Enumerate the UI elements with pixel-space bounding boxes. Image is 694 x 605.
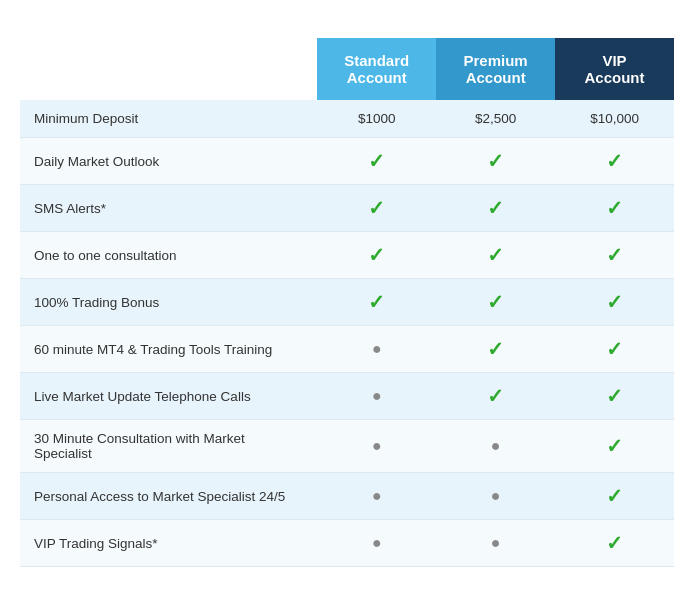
standard-cell: ● — [317, 373, 436, 420]
vip-cell: $10,000 — [555, 100, 674, 138]
dot-icon: ● — [372, 534, 382, 551]
vip-cell: ✓ — [555, 232, 674, 279]
check-icon: ✓ — [606, 435, 623, 457]
check-icon: ✓ — [487, 150, 504, 172]
premium-cell: ✓ — [436, 279, 555, 326]
feature-label: Personal Access to Market Specialist 24/… — [20, 473, 317, 520]
feature-label: 100% Trading Bonus — [20, 279, 317, 326]
check-icon: ✓ — [487, 338, 504, 360]
check-icon: ✓ — [606, 244, 623, 266]
standard-cell: ✓ — [317, 279, 436, 326]
check-icon: ✓ — [487, 244, 504, 266]
table-row: VIP Trading Signals*●●✓ — [20, 520, 674, 567]
check-icon: ✓ — [368, 291, 385, 313]
vip-line1: VIP — [565, 52, 664, 69]
dot-icon: ● — [372, 387, 382, 404]
dot-icon: ● — [372, 437, 382, 454]
table-row: Minimum Deposit$1000$2,500$10,000 — [20, 100, 674, 138]
check-icon: ✓ — [368, 150, 385, 172]
standard-cell: ● — [317, 326, 436, 373]
feature-label: SMS Alerts* — [20, 185, 317, 232]
header-vip: VIP Account — [555, 38, 674, 100]
check-icon: ✓ — [368, 197, 385, 219]
vip-cell: ✓ — [555, 138, 674, 185]
premium-line1: Premium — [446, 52, 545, 69]
table-row: Live Market Update Telephone Calls●✓✓ — [20, 373, 674, 420]
feature-label: Live Market Update Telephone Calls — [20, 373, 317, 420]
table-row: One to one consultation✓✓✓ — [20, 232, 674, 279]
vip-cell: ✓ — [555, 420, 674, 473]
vip-cell: ✓ — [555, 473, 674, 520]
vip-cell: ✓ — [555, 279, 674, 326]
header-row: Standard Account Premium Account VIP Acc… — [20, 38, 674, 100]
header-empty-cell — [20, 38, 317, 100]
check-icon: ✓ — [606, 532, 623, 554]
standard-line2: Account — [327, 69, 426, 86]
comparison-table-wrapper: Standard Account Premium Account VIP Acc… — [0, 18, 694, 587]
feature-label: 30 Minute Consultation with Market Speci… — [20, 420, 317, 473]
header-standard: Standard Account — [317, 38, 436, 100]
check-icon: ✓ — [606, 385, 623, 407]
check-icon: ✓ — [487, 197, 504, 219]
standard-cell: ✓ — [317, 232, 436, 279]
standard-cell: ● — [317, 473, 436, 520]
feature-label: 60 minute MT4 & Trading Tools Training — [20, 326, 317, 373]
premium-cell: ✓ — [436, 232, 555, 279]
standard-cell: ✓ — [317, 138, 436, 185]
premium-cell: ● — [436, 473, 555, 520]
table-row: SMS Alerts*✓✓✓ — [20, 185, 674, 232]
vip-line2: Account — [565, 69, 664, 86]
premium-cell: ✓ — [436, 138, 555, 185]
check-icon: ✓ — [487, 385, 504, 407]
premium-cell: ✓ — [436, 326, 555, 373]
check-icon: ✓ — [606, 338, 623, 360]
feature-label: Minimum Deposit — [20, 100, 317, 138]
premium-line2: Account — [446, 69, 545, 86]
premium-cell: $2,500 — [436, 100, 555, 138]
comparison-table: Standard Account Premium Account VIP Acc… — [20, 38, 674, 567]
check-icon: ✓ — [487, 291, 504, 313]
check-icon: ✓ — [606, 485, 623, 507]
premium-cell: ✓ — [436, 185, 555, 232]
table-row: Personal Access to Market Specialist 24/… — [20, 473, 674, 520]
dot-icon: ● — [491, 487, 501, 504]
check-icon: ✓ — [606, 150, 623, 172]
vip-cell: ✓ — [555, 373, 674, 420]
dot-icon: ● — [372, 340, 382, 357]
premium-cell: ✓ — [436, 373, 555, 420]
vip-cell: ✓ — [555, 520, 674, 567]
standard-cell: ✓ — [317, 185, 436, 232]
table-row: 30 Minute Consultation with Market Speci… — [20, 420, 674, 473]
table-row: 60 minute MT4 & Trading Tools Training●✓… — [20, 326, 674, 373]
standard-line1: Standard — [327, 52, 426, 69]
premium-cell: ● — [436, 520, 555, 567]
dot-icon: ● — [372, 487, 382, 504]
standard-cell: $1000 — [317, 100, 436, 138]
standard-cell: ● — [317, 520, 436, 567]
check-icon: ✓ — [368, 244, 385, 266]
feature-label: One to one consultation — [20, 232, 317, 279]
feature-label: Daily Market Outlook — [20, 138, 317, 185]
dot-icon: ● — [491, 534, 501, 551]
header-premium: Premium Account — [436, 38, 555, 100]
vip-cell: ✓ — [555, 326, 674, 373]
table-row: Daily Market Outlook✓✓✓ — [20, 138, 674, 185]
vip-cell: ✓ — [555, 185, 674, 232]
standard-cell: ● — [317, 420, 436, 473]
check-icon: ✓ — [606, 291, 623, 313]
feature-label: VIP Trading Signals* — [20, 520, 317, 567]
table-row: 100% Trading Bonus✓✓✓ — [20, 279, 674, 326]
check-icon: ✓ — [606, 197, 623, 219]
premium-cell: ● — [436, 420, 555, 473]
dot-icon: ● — [491, 437, 501, 454]
